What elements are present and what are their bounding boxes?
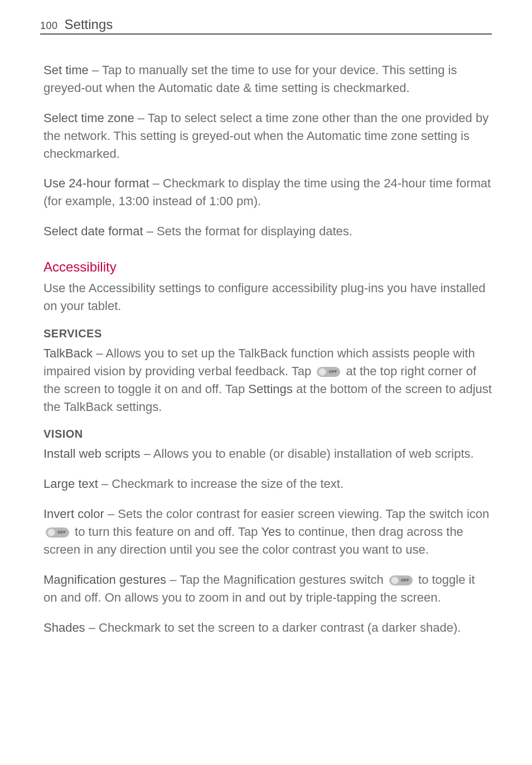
shades-desc: – Checkmark to set the screen to a darke… <box>85 621 461 635</box>
invert-color-term: Invert color <box>43 507 104 521</box>
magnification-paragraph: Magnification gestures – Tap the Magnifi… <box>43 571 492 607</box>
invert-color-desc-b: to turn this feature on and off. Tap <box>71 525 261 539</box>
toggle-off-icon: OFF <box>317 367 340 377</box>
shades-paragraph: Shades – Checkmark to set the screen to … <box>43 619 492 637</box>
page-header: 100 Settings <box>40 17 492 35</box>
select-date-format-term: Select date format <box>43 224 143 238</box>
page-title: Settings <box>65 17 113 32</box>
set-time-term: Set time <box>43 63 89 77</box>
invert-color-yes-term: Yes <box>261 525 281 539</box>
talkback-term: TalkBack <box>43 346 93 360</box>
accessibility-heading: Accessibility <box>43 259 492 275</box>
use-24-hour-term: Use 24-hour format <box>43 176 149 190</box>
magnification-term: Magnification gestures <box>43 573 166 587</box>
page-body: Set time – Tap to manually set the time … <box>40 61 492 637</box>
vision-heading: VISION <box>43 428 492 440</box>
talkback-settings-term: Settings <box>248 382 293 396</box>
toggle-off-icon: OFF <box>46 527 69 538</box>
invert-color-desc-a: – Sets the color contrast for easier scr… <box>104 507 490 521</box>
accessibility-desc: Use the Accessibility settings to config… <box>43 279 492 315</box>
install-web-scripts-desc: – Allows you to enable (or disable) inst… <box>141 447 474 461</box>
page-number: 100 <box>40 20 58 32</box>
set-time-paragraph: Set time – Tap to manually set the time … <box>43 61 492 97</box>
set-time-desc: – Tap to manually set the time to use fo… <box>43 63 457 95</box>
magnification-desc-a: – Tap the Magnification gestures switch <box>166 573 387 587</box>
select-date-format-paragraph: Select date format – Sets the format for… <box>43 222 492 240</box>
select-time-zone-paragraph: Select time zone – Tap to select select … <box>43 109 492 163</box>
install-web-scripts-term: Install web scripts <box>43 447 141 461</box>
large-text-paragraph: Large text – Checkmark to increase the s… <box>43 475 492 493</box>
page: 100 Settings Set time – Tap to manually … <box>0 0 532 765</box>
shades-term: Shades <box>43 621 85 635</box>
talkback-paragraph: TalkBack – Allows you to set up the Talk… <box>43 345 492 416</box>
invert-color-paragraph: Invert color – Sets the color contrast f… <box>43 505 492 559</box>
large-text-desc: – Checkmark to increase the size of the … <box>98 477 344 491</box>
toggle-off-icon: OFF <box>389 575 413 585</box>
use-24-hour-paragraph: Use 24-hour format – Checkmark to displa… <box>43 175 492 210</box>
large-text-term: Large text <box>43 477 98 491</box>
select-date-format-desc: – Sets the format for displaying dates. <box>143 224 352 238</box>
install-web-scripts-paragraph: Install web scripts – Allows you to enab… <box>43 445 492 463</box>
services-heading: SERVICES <box>43 327 492 340</box>
select-time-zone-term: Select time zone <box>43 111 134 125</box>
